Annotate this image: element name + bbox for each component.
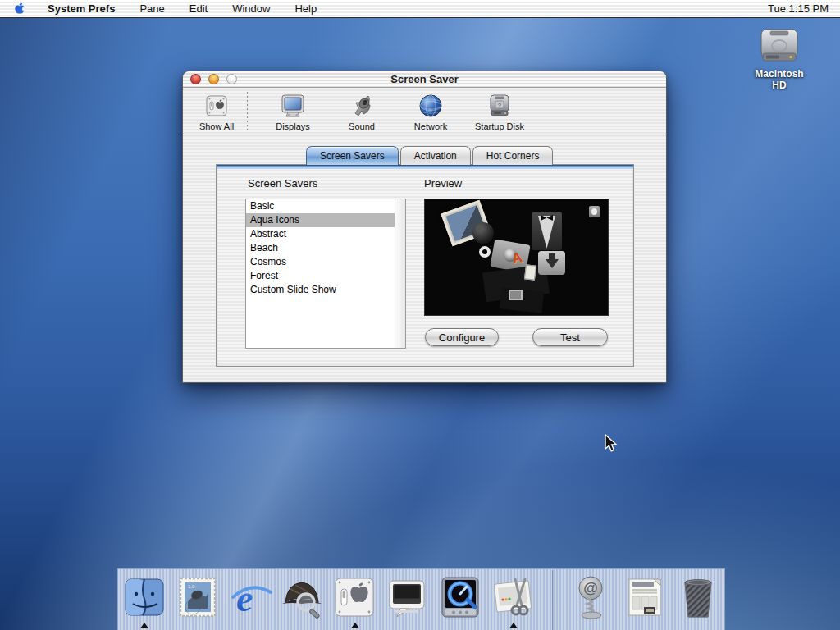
- toolbar-sound-button[interactable]: Sound: [335, 92, 389, 131]
- list-heading: Screen Savers: [248, 177, 317, 189]
- svg-text:1.0: 1.0: [188, 584, 195, 589]
- speaker-icon: [348, 92, 376, 120]
- preview-mini-photo-icon: [509, 290, 523, 300]
- window-title: Screen Saver: [183, 73, 666, 85]
- preview-card-icon: [524, 264, 536, 280]
- desktop-icon-label: Macintosh HD: [750, 68, 809, 91]
- desktop-icon-macintosh-hd[interactable]: Macintosh HD: [750, 26, 809, 91]
- list-item-beach[interactable]: Beach: [246, 241, 395, 255]
- toolbar-label: Displays: [276, 121, 310, 131]
- display-icon: [279, 92, 307, 120]
- tab-activation[interactable]: Activation: [400, 146, 471, 165]
- toolbar-startup-disk-button[interactable]: ? Startup Disk: [472, 92, 527, 131]
- dock-at-spring-icon[interactable]: @: [568, 574, 614, 620]
- dock-displays-docklet-icon[interactable]: [384, 574, 430, 620]
- toolbar-label: Show All: [199, 121, 234, 131]
- menu-window[interactable]: Window: [232, 2, 270, 15]
- dock-system-prefs-icon[interactable]: [331, 574, 377, 620]
- list-item-basic[interactable]: Basic: [246, 199, 395, 213]
- dock-sherlock-icon[interactable]: [279, 574, 325, 620]
- menu-clock[interactable]: Tue 1:15 PM: [768, 2, 829, 15]
- list-item-custom-slide-show[interactable]: Custom Slide Show: [246, 283, 395, 297]
- dock-news-docklet-icon[interactable]: [622, 574, 668, 620]
- finder-running-indicator: [140, 623, 148, 628]
- preview-tuxedo-icon: [532, 212, 562, 250]
- screen-savers-pane: Screen Savers Preview Basic Aqua Icons A…: [216, 164, 634, 367]
- menu-bar: System Prefs Pane Edit Window Help Tue 1…: [0, 0, 840, 18]
- configure-button[interactable]: Configure: [425, 328, 499, 346]
- menu-edit[interactable]: Edit: [189, 2, 208, 15]
- menu-help[interactable]: Help: [294, 2, 317, 15]
- menu-pane[interactable]: Pane: [139, 2, 164, 15]
- dock-trash-icon[interactable]: [675, 574, 721, 620]
- toolbar-show-all-button[interactable]: Show All: [189, 92, 244, 131]
- list-scrollbar[interactable]: [395, 199, 405, 348]
- preview-ring-icon: [479, 246, 491, 258]
- hard-disk-icon: ?: [486, 92, 514, 120]
- show-all-icon: [203, 92, 231, 120]
- system-prefs-running-indicator: [351, 623, 359, 628]
- preview-tiny-icon: [589, 206, 600, 217]
- window-title-bar[interactable]: Screen Saver: [183, 71, 666, 88]
- svg-text:?: ?: [498, 102, 502, 109]
- toolbar-label: Sound: [349, 121, 375, 131]
- dock-quicktime-icon[interactable]: [437, 574, 483, 620]
- dock: 1.0 e: [117, 568, 725, 630]
- toolbar-separator: [247, 92, 248, 131]
- preview-lens-icon: [472, 222, 494, 244]
- test-button[interactable]: Test: [532, 328, 608, 346]
- app-menu-system-prefs[interactable]: System Prefs: [48, 2, 115, 15]
- dock-mail-icon[interactable]: 1.0: [175, 574, 221, 620]
- preferences-toolbar: Show All Displays: [183, 88, 666, 135]
- tab-bar: Screen Savers Activation Hot Corners: [306, 146, 555, 166]
- svg-text:e: e: [236, 578, 253, 619]
- dock-divider: [552, 570, 553, 630]
- grab-running-indicator: [509, 623, 518, 628]
- hard-drive-icon: [757, 26, 801, 66]
- list-item-forest[interactable]: Forest: [246, 269, 395, 283]
- apple-menu-icon[interactable]: [13, 2, 26, 16]
- svg-text:@: @: [583, 580, 598, 596]
- toolbar-label: Network: [414, 121, 447, 131]
- toolbar-network-button[interactable]: Network: [404, 92, 458, 131]
- screen-saver-preview: A: [424, 199, 609, 316]
- dock-grab-scissors-icon[interactable]: [491, 574, 536, 620]
- preview-heading: Preview: [424, 177, 462, 189]
- list-item-cosmos[interactable]: Cosmos: [246, 255, 395, 269]
- dock-internet-explorer-icon[interactable]: e: [228, 574, 274, 620]
- globe-icon: [417, 92, 445, 120]
- preview-dropbox-icon: [538, 251, 565, 275]
- toolbar-label: Startup Disk: [475, 121, 524, 131]
- screen-saver-window: Screen Saver Show All: [182, 71, 667, 383]
- dock-finder-icon[interactable]: [121, 574, 167, 620]
- screen-saver-list[interactable]: Basic Aqua Icons Abstract Beach Cosmos F…: [245, 199, 406, 349]
- tab-screen-savers[interactable]: Screen Savers: [306, 146, 399, 165]
- list-item-abstract[interactable]: Abstract: [246, 227, 395, 241]
- mouse-cursor: [605, 434, 619, 454]
- toolbar-displays-button[interactable]: Displays: [266, 92, 320, 131]
- tab-hot-corners[interactable]: Hot Corners: [472, 146, 554, 165]
- list-item-aqua-icons[interactable]: Aqua Icons: [246, 213, 395, 227]
